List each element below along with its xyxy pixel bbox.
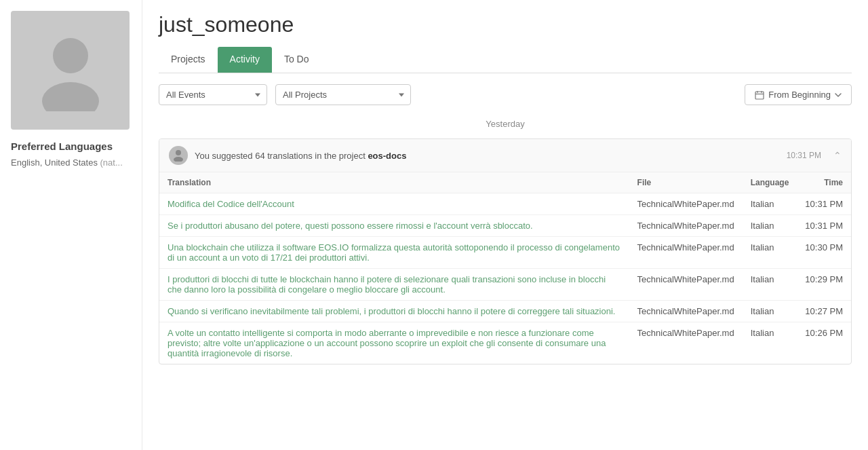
svg-rect-2 bbox=[755, 92, 764, 99]
translation-cell: I produttori di blocchi di tutte le bloc… bbox=[159, 269, 629, 301]
calendar-icon bbox=[755, 90, 764, 100]
svg-point-1 bbox=[42, 82, 99, 111]
time-cell: 10:26 PM bbox=[797, 322, 851, 364]
time-cell: 10:29 PM bbox=[797, 269, 851, 301]
table-row: Se i produttori abusano del potere, ques… bbox=[159, 215, 851, 237]
events-filter-wrapper: All Events bbox=[159, 84, 267, 105]
col-language: Language bbox=[743, 172, 797, 193]
time-cell: 10:30 PM bbox=[797, 237, 851, 269]
translation-link[interactable]: Modifica del Codice dell'Account bbox=[167, 199, 294, 209]
avatar bbox=[11, 11, 130, 130]
username: just_someone bbox=[159, 0, 852, 47]
projects-filter-wrapper: All Projects bbox=[275, 84, 411, 105]
translation-cell: Una blockchain che utilizza il software … bbox=[159, 237, 629, 269]
language-cell: Italian bbox=[743, 237, 797, 269]
activity-description: You suggested 64 translations in the pro… bbox=[195, 151, 780, 161]
table-row: Una blockchain che utilizza il software … bbox=[159, 237, 851, 269]
file-cell: TechnicalWhitePaper.md bbox=[629, 215, 743, 237]
time-cell: 10:31 PM bbox=[797, 215, 851, 237]
table-row: A volte un contatto intelligente si comp… bbox=[159, 322, 851, 364]
file-cell: TechnicalWhitePaper.md bbox=[629, 193, 743, 215]
activity-toggle-icon[interactable]: ⌃ bbox=[833, 150, 842, 161]
tabs-bar: Projects Activity To Do bbox=[159, 47, 852, 73]
time-cell: 10:31 PM bbox=[797, 193, 851, 215]
col-time: Time bbox=[797, 172, 851, 193]
table-row: Modifica del Codice dell'Account Technic… bbox=[159, 193, 851, 215]
language-cell: Italian bbox=[743, 301, 797, 322]
events-filter[interactable]: All Events bbox=[159, 84, 267, 105]
activity-item: You suggested 64 translations in the pro… bbox=[159, 138, 852, 364]
table-row: I produttori di blocchi di tutte le bloc… bbox=[159, 269, 851, 301]
activity-project-name[interactable]: eos-docs bbox=[368, 151, 406, 161]
activity-item-header: You suggested 64 translations in the pro… bbox=[159, 139, 851, 172]
filters-bar: All Events All Projects From Beginning bbox=[159, 84, 852, 105]
translation-link[interactable]: Se i produttori abusano del potere, ques… bbox=[167, 221, 533, 231]
tab-todo[interactable]: To Do bbox=[272, 47, 321, 73]
time-cell: 10:27 PM bbox=[797, 301, 851, 322]
projects-filter[interactable]: All Projects bbox=[275, 84, 411, 105]
translation-cell: A volte un contatto intelligente si comp… bbox=[159, 322, 629, 364]
translation-link[interactable]: Una blockchain che utilizza il software … bbox=[167, 242, 620, 263]
language-nat: (nat... bbox=[100, 157, 123, 168]
file-cell: TechnicalWhitePaper.md bbox=[629, 301, 743, 322]
file-cell: TechnicalWhitePaper.md bbox=[629, 269, 743, 301]
language-value: English, United States (nat... bbox=[11, 157, 131, 168]
preferred-languages-label: Preferred Languages bbox=[11, 140, 131, 152]
table-header-row: Translation File Language Time bbox=[159, 172, 851, 193]
language-cell: Italian bbox=[743, 215, 797, 237]
date-header: Yesterday bbox=[159, 119, 852, 129]
tab-activity[interactable]: Activity bbox=[218, 47, 272, 73]
language-cell: Italian bbox=[743, 269, 797, 301]
from-beginning-button[interactable]: From Beginning bbox=[745, 84, 852, 105]
main-content: just_someone Projects Activity To Do All… bbox=[142, 0, 868, 450]
svg-point-7 bbox=[174, 157, 183, 162]
activity-user-avatar bbox=[169, 146, 188, 165]
language-cell: Italian bbox=[743, 322, 797, 364]
translation-link[interactable]: Quando si verificano inevitabilmente tal… bbox=[167, 306, 615, 316]
language-cell: Italian bbox=[743, 193, 797, 215]
svg-point-0 bbox=[53, 38, 88, 73]
chevron-down-icon bbox=[835, 93, 842, 97]
translation-table: Translation File Language Time Modifica … bbox=[159, 172, 851, 364]
file-cell: TechnicalWhitePaper.md bbox=[629, 237, 743, 269]
svg-point-6 bbox=[176, 150, 181, 155]
translation-link[interactable]: I produttori di blocchi di tutte le bloc… bbox=[167, 274, 606, 295]
table-row: Quando si verificano inevitabilmente tal… bbox=[159, 301, 851, 322]
activity-time: 10:31 PM bbox=[787, 151, 821, 160]
translation-cell: Quando si verificano inevitabilmente tal… bbox=[159, 301, 629, 322]
col-translation: Translation bbox=[159, 172, 629, 193]
sidebar: Preferred Languages English, United Stat… bbox=[0, 0, 142, 450]
translation-link[interactable]: A volte un contatto intelligente si comp… bbox=[167, 328, 606, 358]
col-file: File bbox=[629, 172, 743, 193]
file-cell: TechnicalWhitePaper.md bbox=[629, 322, 743, 364]
tab-projects[interactable]: Projects bbox=[159, 47, 218, 73]
translation-cell: Se i produttori abusano del potere, ques… bbox=[159, 215, 629, 237]
translation-cell: Modifica del Codice dell'Account bbox=[159, 193, 629, 215]
